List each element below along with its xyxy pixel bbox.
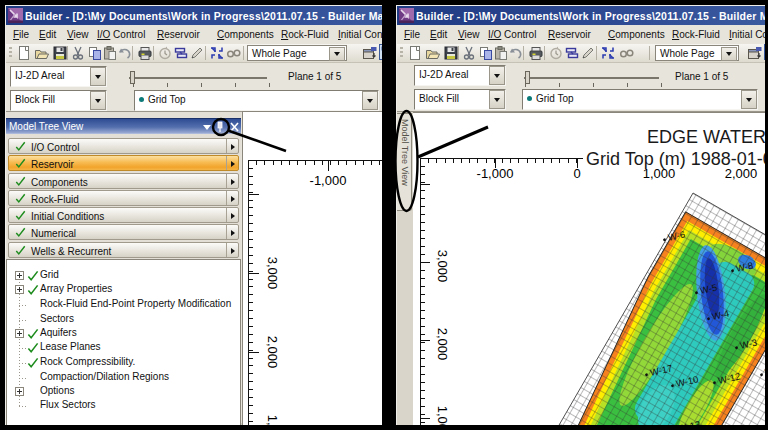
svg-text:EDGE WATERFLOOD: EDGE WATERFLOOD <box>647 127 765 147</box>
svg-text:2,000: 2,000 <box>265 336 280 369</box>
svg-text:1,000: 1,000 <box>265 415 280 425</box>
svg-text:-1,000: -1,000 <box>310 173 347 188</box>
svg-text:-1,000: -1,000 <box>477 166 514 181</box>
svg-text:3,000: 3,000 <box>265 257 280 290</box>
svg-text:1,000: 1,000 <box>435 406 450 425</box>
svg-text:2,000: 2,000 <box>435 328 450 361</box>
svg-text:0: 0 <box>573 166 580 181</box>
svg-text:3,000: 3,000 <box>435 250 450 283</box>
svg-text:2,000: 2,000 <box>725 166 758 181</box>
svg-text:1,000: 1,000 <box>643 166 676 181</box>
